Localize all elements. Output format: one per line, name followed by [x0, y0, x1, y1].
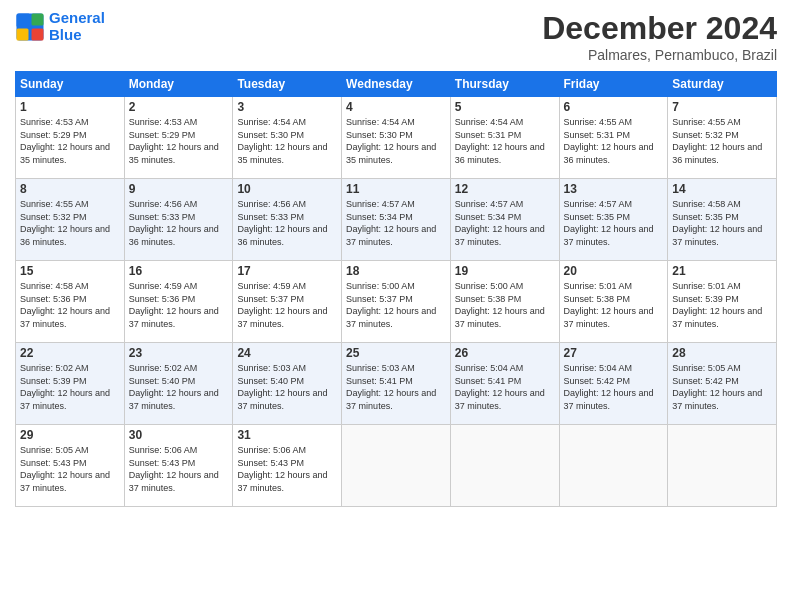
- list-item: 7 Sunrise: 4:55 AMSunset: 5:32 PMDayligh…: [668, 97, 777, 179]
- col-saturday: Saturday: [668, 72, 777, 97]
- logo-text-block: General Blue: [49, 10, 105, 43]
- list-item: 11 Sunrise: 4:57 AMSunset: 5:34 PMDaylig…: [342, 179, 451, 261]
- svg-rect-3: [17, 28, 29, 40]
- location: Palmares, Pernambuco, Brazil: [542, 47, 777, 63]
- list-item: 16 Sunrise: 4:59 AMSunset: 5:36 PMDaylig…: [124, 261, 233, 343]
- list-item: 6 Sunrise: 4:55 AMSunset: 5:31 PMDayligh…: [559, 97, 668, 179]
- list-item: 30 Sunrise: 5:06 AMSunset: 5:43 PMDaylig…: [124, 425, 233, 507]
- list-item: 27 Sunrise: 5:04 AMSunset: 5:42 PMDaylig…: [559, 343, 668, 425]
- list-item: 31 Sunrise: 5:06 AMSunset: 5:43 PMDaylig…: [233, 425, 342, 507]
- table-row: 8 Sunrise: 4:55 AMSunset: 5:32 PMDayligh…: [16, 179, 777, 261]
- empty-cell: [668, 425, 777, 507]
- header: General Blue December 2024 Palmares, Per…: [15, 10, 777, 63]
- list-item: 23 Sunrise: 5:02 AMSunset: 5:40 PMDaylig…: [124, 343, 233, 425]
- logo-line2: Blue: [49, 27, 105, 44]
- list-item: 13 Sunrise: 4:57 AMSunset: 5:35 PMDaylig…: [559, 179, 668, 261]
- col-wednesday: Wednesday: [342, 72, 451, 97]
- list-item: 15 Sunrise: 4:58 AMSunset: 5:36 PMDaylig…: [16, 261, 125, 343]
- table-row: 29 Sunrise: 5:05 AMSunset: 5:43 PMDaylig…: [16, 425, 777, 507]
- empty-cell: [559, 425, 668, 507]
- list-item: 12 Sunrise: 4:57 AMSunset: 5:34 PMDaylig…: [450, 179, 559, 261]
- list-item: 2 Sunrise: 4:53 AMSunset: 5:29 PMDayligh…: [124, 97, 233, 179]
- svg-rect-2: [32, 13, 44, 25]
- calendar-table: Sunday Monday Tuesday Wednesday Thursday…: [15, 71, 777, 507]
- list-item: 29 Sunrise: 5:05 AMSunset: 5:43 PMDaylig…: [16, 425, 125, 507]
- list-item: 17 Sunrise: 4:59 AMSunset: 5:37 PMDaylig…: [233, 261, 342, 343]
- calendar-header-row: Sunday Monday Tuesday Wednesday Thursday…: [16, 72, 777, 97]
- title-area: December 2024 Palmares, Pernambuco, Braz…: [542, 10, 777, 63]
- month-title: December 2024: [542, 10, 777, 47]
- list-item: 19 Sunrise: 5:00 AMSunset: 5:38 PMDaylig…: [450, 261, 559, 343]
- list-item: 10 Sunrise: 4:56 AMSunset: 5:33 PMDaylig…: [233, 179, 342, 261]
- empty-cell: [450, 425, 559, 507]
- table-row: 22 Sunrise: 5:02 AMSunset: 5:39 PMDaylig…: [16, 343, 777, 425]
- list-item: 25 Sunrise: 5:03 AMSunset: 5:41 PMDaylig…: [342, 343, 451, 425]
- page-container: General Blue December 2024 Palmares, Per…: [0, 0, 792, 612]
- list-item: 24 Sunrise: 5:03 AMSunset: 5:40 PMDaylig…: [233, 343, 342, 425]
- list-item: 26 Sunrise: 5:04 AMSunset: 5:41 PMDaylig…: [450, 343, 559, 425]
- logo: General Blue: [15, 10, 105, 43]
- logo-line1: General: [49, 10, 105, 27]
- col-thursday: Thursday: [450, 72, 559, 97]
- list-item: 4 Sunrise: 4:54 AMSunset: 5:30 PMDayligh…: [342, 97, 451, 179]
- list-item: 28 Sunrise: 5:05 AMSunset: 5:42 PMDaylig…: [668, 343, 777, 425]
- svg-rect-1: [17, 13, 31, 27]
- table-row: 15 Sunrise: 4:58 AMSunset: 5:36 PMDaylig…: [16, 261, 777, 343]
- col-friday: Friday: [559, 72, 668, 97]
- list-item: 20 Sunrise: 5:01 AMSunset: 5:38 PMDaylig…: [559, 261, 668, 343]
- col-tuesday: Tuesday: [233, 72, 342, 97]
- list-item: 8 Sunrise: 4:55 AMSunset: 5:32 PMDayligh…: [16, 179, 125, 261]
- list-item: 22 Sunrise: 5:02 AMSunset: 5:39 PMDaylig…: [16, 343, 125, 425]
- col-sunday: Sunday: [16, 72, 125, 97]
- logo-icon: [15, 12, 45, 42]
- list-item: 21 Sunrise: 5:01 AMSunset: 5:39 PMDaylig…: [668, 261, 777, 343]
- list-item: 14 Sunrise: 4:58 AMSunset: 5:35 PMDaylig…: [668, 179, 777, 261]
- empty-cell: [342, 425, 451, 507]
- list-item: 5 Sunrise: 4:54 AMSunset: 5:31 PMDayligh…: [450, 97, 559, 179]
- svg-rect-4: [32, 28, 44, 40]
- col-monday: Monday: [124, 72, 233, 97]
- list-item: 9 Sunrise: 4:56 AMSunset: 5:33 PMDayligh…: [124, 179, 233, 261]
- list-item: 1 Sunrise: 4:53 AMSunset: 5:29 PMDayligh…: [16, 97, 125, 179]
- list-item: 18 Sunrise: 5:00 AMSunset: 5:37 PMDaylig…: [342, 261, 451, 343]
- list-item: 3 Sunrise: 4:54 AMSunset: 5:30 PMDayligh…: [233, 97, 342, 179]
- table-row: 1 Sunrise: 4:53 AMSunset: 5:29 PMDayligh…: [16, 97, 777, 179]
